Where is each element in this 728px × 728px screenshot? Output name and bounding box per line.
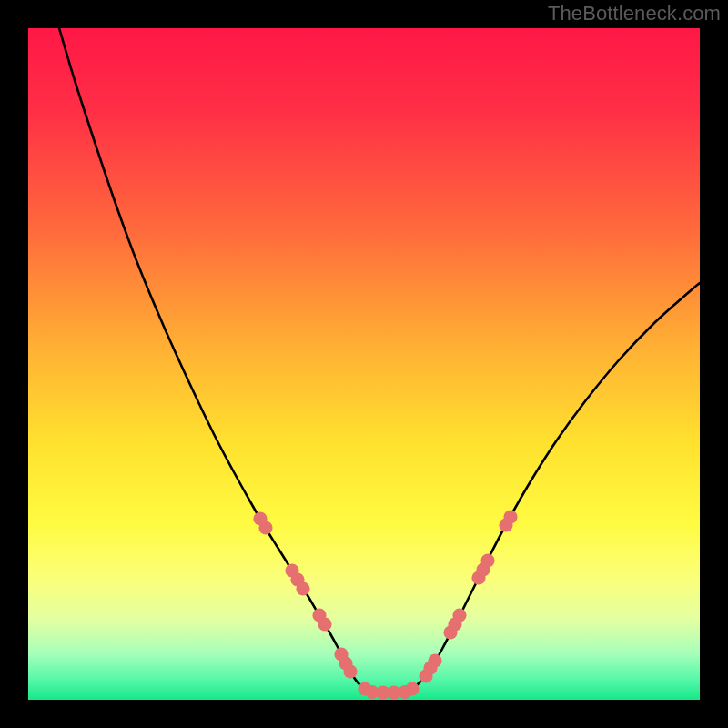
curve-dot bbox=[258, 521, 272, 534]
bottleneck-curve bbox=[59, 28, 700, 693]
curve-dot bbox=[343, 664, 357, 678]
curve-dot bbox=[480, 553, 494, 567]
curve-dot bbox=[405, 682, 419, 695]
curve-dots bbox=[253, 510, 517, 699]
curve-dot bbox=[318, 617, 331, 631]
curve-dot bbox=[452, 608, 466, 622]
watermark-text: TheBottleneck.com bbox=[548, 2, 721, 25]
curve-dot bbox=[503, 510, 517, 523]
curve-dot bbox=[296, 581, 309, 595]
chart-svg bbox=[28, 28, 700, 700]
chart-frame bbox=[28, 28, 700, 700]
curve-dot bbox=[428, 653, 441, 667]
